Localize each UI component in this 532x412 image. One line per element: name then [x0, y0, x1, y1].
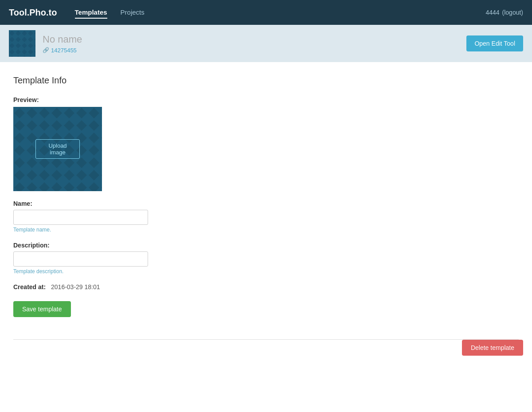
main-content: Template Info Preview: Upload image Name… [0, 62, 355, 339]
name-label: Name: [13, 200, 341, 207]
save-template-button[interactable]: Save template [13, 301, 71, 317]
preview-label: Preview: [13, 96, 341, 103]
created-at-row: Created at: 2016-03-29 18:01 [13, 283, 341, 290]
user-info: 4444 (logout) [485, 9, 523, 16]
description-field: Description: Template description. [13, 242, 341, 275]
name-field: Name: Template name. [13, 200, 341, 233]
template-bar: No name 🔗 14275455 Open Edit Tool [0, 25, 532, 62]
logo: Tool.Pho.to [9, 8, 57, 18]
template-info: No name 🔗 14275455 [43, 34, 466, 54]
header: Tool.Pho.to Templates Projects 4444 (log… [0, 0, 532, 25]
external-link-icon: 🔗 [43, 47, 49, 53]
section-title: Template Info [13, 75, 341, 86]
created-at-value: 2016-03-29 18:01 [51, 283, 100, 290]
template-id-row: 🔗 14275455 [43, 47, 466, 54]
user-id: 4444 [485, 9, 499, 16]
nav-templates[interactable]: Templates [75, 7, 107, 19]
svg-rect-3 [9, 30, 35, 57]
name-input[interactable] [13, 210, 148, 225]
main-nav: Templates Projects [75, 7, 486, 19]
description-input[interactable] [13, 251, 148, 267]
description-label: Description: [13, 242, 341, 249]
template-thumbnail [9, 30, 35, 57]
name-hint: Template name. [13, 227, 341, 233]
logout-link[interactable]: (logout) [502, 9, 523, 16]
preview-field: Preview: Upload image [13, 96, 341, 191]
created-at-label: Created at: [13, 283, 46, 290]
template-title: No name [43, 34, 466, 45]
delete-template-button[interactable]: Delete template [462, 340, 523, 356]
upload-image-button[interactable]: Upload image [35, 139, 80, 159]
preview-image: Upload image [13, 107, 102, 191]
description-hint: Template description. [13, 268, 341, 275]
delete-row: Delete template [0, 340, 532, 369]
nav-projects[interactable]: Projects [121, 7, 145, 19]
template-id: 14275455 [51, 47, 77, 54]
open-edit-tool-button[interactable]: Open Edit Tool [466, 35, 523, 51]
